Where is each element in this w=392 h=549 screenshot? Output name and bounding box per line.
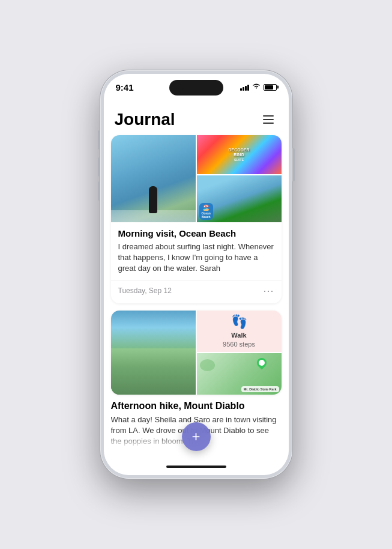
hike-image [111,311,196,395]
entries-list: DECODERRING SLATE 🏖️ OceanBeach [104,135,289,395]
menu-button[interactable] [259,110,278,129]
walk-tile: 👣 Walk 9560 steps [197,311,282,352]
map-pin-icon [255,356,268,369]
home-indicator [104,458,289,475]
entry-card-2[interactable]: 👣 Walk 9560 steps Mt. Diablo State Park [111,311,282,395]
map-location-label: Mt. Diablo State Park [241,386,279,392]
entry-1-date: Tuesday, Sep 12 [118,287,172,295]
phone-frame: 9:41 [100,70,292,479]
fab-container: + [182,422,211,451]
page-title: Journal [115,110,175,129]
battery-icon [264,84,277,91]
entry-card-1[interactable]: DECODERRING SLATE 🏖️ OceanBeach [111,135,282,303]
walk-label: Walk [231,332,246,339]
status-icons [240,83,277,91]
walk-steps: 9560 steps [223,341,255,348]
battery-fill [265,85,273,89]
plus-icon: + [191,429,200,444]
beach-image [111,135,196,222]
add-entry-button[interactable]: + [182,422,211,451]
app-header: Journal [104,100,289,135]
dynamic-island [169,80,223,96]
status-time: 9:41 [116,82,134,93]
home-bar [166,466,226,468]
entry-1-image-grid: DECODERRING SLATE 🏖️ OceanBeach [111,135,282,222]
entry-2-title: Afternoon hike, Mount Diablo [111,395,282,411]
entry-1-title: Morning visit, Ocean Beach [118,228,274,238]
map-tile: Mt. Diablo State Park [197,353,282,395]
entry-1-more-button[interactable]: ··· [263,285,274,297]
entry-2-image-grid: 👣 Walk 9560 steps Mt. Diablo State Park [111,311,282,395]
status-bar: 9:41 [104,74,289,100]
podcast-image: DECODERRING SLATE [197,135,282,174]
phone-screen: 9:41 [104,74,289,475]
entry-1-meta: Tuesday, Sep 12 ··· [111,281,282,303]
entry-1-body: I dreamed about surfing last night. When… [118,241,274,274]
wifi-icon [252,83,261,91]
signal-icon [240,83,249,91]
footsteps-icon: 👣 [231,314,247,330]
ocean-beach-map-image: 🏖️ OceanBeach [197,175,282,222]
entry-1-text: Morning visit, Ocean Beach I dreamed abo… [111,222,282,281]
journal-app: Journal [104,100,289,458]
